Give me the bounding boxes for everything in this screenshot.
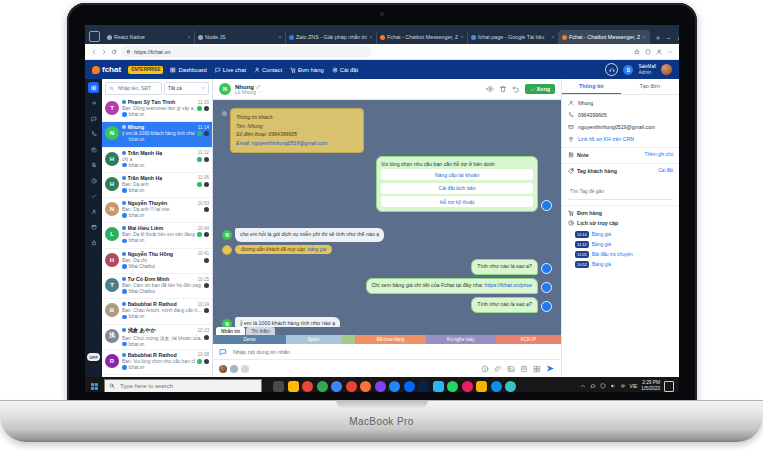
compose-tab-1[interactable]: Nhắn tin	[216, 327, 245, 335]
navbar-item-live-chat[interactable]: Live chat	[215, 67, 246, 73]
history-page-link[interactable]: Bảng giá	[592, 262, 611, 267]
info-icon[interactable]	[481, 365, 489, 373]
taskbar-search-input[interactable]	[118, 382, 257, 390]
mute-icon[interactable]	[88, 160, 99, 171]
taskbar-app-icon[interactable]	[505, 381, 516, 392]
grid-icon[interactable]	[533, 365, 541, 373]
taskbar-app-icon[interactable]	[273, 381, 284, 392]
visited-page-link[interactable]: bảng giá	[307, 247, 326, 252]
wifi-icon[interactable]	[620, 383, 626, 389]
trash-icon[interactable]	[499, 85, 507, 93]
history-page-link[interactable]: Bảng giá	[592, 242, 611, 247]
history-page-link[interactable]: Bắt đầu trò chuyện	[592, 252, 633, 257]
tab-close-icon[interactable]	[460, 35, 464, 39]
navbar-item-đơn-hàng[interactable]: Đơn hàng	[290, 67, 324, 73]
conversation-item[interactable]: NNhung11:14ỷ em là 1000 khách hàng tình …	[102, 122, 212, 147]
forward-icon[interactable]	[101, 49, 107, 55]
taskbar-app-icon[interactable]	[389, 381, 400, 392]
windows-start-icon[interactable]	[90, 382, 99, 391]
message-input[interactable]	[231, 348, 555, 356]
quick-reply-button[interactable]: Hỗ trợ kỹ thuật	[381, 196, 533, 207]
conversation-item[interactable]: TTư Cò Đơn Minh10:25Bạn: Cảm ơn bạn đã l…	[102, 274, 212, 299]
undo-icon[interactable]	[512, 85, 520, 93]
tag-settings-link[interactable]: Cài đặt	[658, 168, 673, 173]
language-indicator[interactable]: VIE	[630, 384, 638, 389]
taskbar-app-icon[interactable]	[491, 381, 502, 392]
navbar-item-contact[interactable]: Contact	[254, 67, 282, 73]
done-button[interactable]: Xong	[525, 84, 555, 94]
status-icon[interactable]	[88, 98, 99, 109]
taskbar-app-icon[interactable]	[302, 381, 313, 392]
image-icon[interactable]	[507, 365, 515, 373]
tab-close-icon[interactable]	[551, 35, 555, 39]
browser-tab[interactable]: Node.JS	[195, 30, 286, 44]
contact-filter-select[interactable]: Tất cả	[164, 82, 209, 95]
taskbar-app-icon[interactable]	[288, 381, 299, 392]
tag-chip[interactable]: Đã mua hàng	[355, 335, 425, 344]
taskbar-app-icon[interactable]	[346, 381, 357, 392]
paperclip-icon[interactable]	[494, 365, 502, 373]
browser-tab[interactable]: React Native	[104, 30, 195, 44]
new-tab-button[interactable]	[655, 35, 661, 41]
dots-icon[interactable]	[667, 49, 673, 55]
browser-tab[interactable]: fchat.page - Google Tài liệu	[468, 30, 559, 44]
browser-tab[interactable]: Fchat - Chatbot Messenger, Zal...	[559, 30, 650, 44]
quick-reply-button[interactable]: Cài đặt kịch bản	[381, 183, 533, 194]
conversation-item[interactable]: LMai Hiếu Liêm10:44Bạn: Dạ kĩ thuật bên …	[102, 223, 212, 248]
customer-field-value[interactable]: Link hồ sơ KH trên CRM	[578, 136, 634, 142]
tab-actions-icon[interactable]	[89, 31, 100, 42]
conversation-item[interactable]: HNguyễn Thu Hồng10:41Bạn: Dạ chịNhat Cha…	[102, 249, 212, 274]
url-field[interactable]: https://fchat.vn	[121, 46, 371, 57]
tab-close-icon[interactable]	[187, 35, 191, 39]
tag-chip[interactable]: KCN IP	[496, 335, 561, 344]
off-toggle[interactable]: OFF	[87, 353, 100, 361]
conversation-item[interactable]: NNguyễn Thuyên10:53Bạn: Dạ anh !!! lại n…	[102, 198, 212, 223]
conversation-item[interactable]: TPhạm Sỹ Tấn Trình11:15Bạn: Dũng teamvie…	[102, 97, 212, 122]
profile-icon[interactable]	[656, 49, 662, 55]
add-note-link[interactable]: Thêm ghi chú	[645, 152, 673, 157]
navbar-item-cài-đặt[interactable]: Cài đặt	[332, 67, 358, 73]
taskbar-app-icon[interactable]	[447, 381, 458, 392]
tab-close-icon[interactable]	[278, 35, 282, 39]
shield-icon[interactable]	[645, 49, 651, 55]
tab-thong-tin[interactable]: Thông tin	[562, 79, 621, 94]
tag-chip[interactable]	[341, 335, 355, 344]
taskbar-app-icon[interactable]	[462, 381, 473, 392]
conversations-icon[interactable]	[88, 82, 99, 93]
contact-search-input[interactable]	[116, 84, 158, 92]
history-page-link[interactable]: Bảng giá	[592, 232, 611, 237]
tag-chip[interactable]: Spam	[286, 335, 341, 344]
tag-chip[interactable]: Demo	[213, 335, 286, 344]
shield-icon[interactable]	[600, 383, 606, 389]
taskbar-app-icon[interactable]	[331, 381, 342, 392]
taskbar-search-box[interactable]	[104, 379, 262, 393]
calendar-icon[interactable]	[88, 222, 99, 233]
send-icon[interactable]	[546, 364, 555, 373]
star-icon[interactable]	[634, 49, 640, 55]
volume-icon[interactable]	[610, 383, 616, 389]
headset-icon[interactable]	[605, 63, 618, 76]
calls-icon[interactable]	[88, 129, 99, 140]
eye-icon[interactable]	[486, 85, 494, 93]
message-link[interactable]: https://fchat.vn/price	[485, 282, 532, 288]
taskbar-app-icon[interactable]	[476, 381, 487, 392]
tab-close-icon[interactable]	[642, 35, 646, 39]
back-icon[interactable]	[91, 49, 97, 55]
conversation-item[interactable]: RBabubhai R Rathod10:08Bạn: Vui lòng chọ…	[102, 350, 212, 375]
done-filter-icon[interactable]	[88, 191, 99, 202]
tag-chip[interactable]: Ko nghe máy	[426, 335, 496, 344]
pencil-icon[interactable]	[256, 84, 261, 89]
history-icon[interactable]	[88, 175, 99, 186]
conversation-item[interactable]: BBabubhai R Rathod10:24Bạn: Chào Artichi…	[102, 299, 212, 324]
fchat-logo[interactable]: fchat	[92, 65, 121, 74]
conversation-item[interactable]: 浅浅倉 あやか10:23Bạn: Chúc mừng 浅倉, tài khoản…	[102, 325, 212, 350]
navbar-item-dashboard[interactable]: Dashboard	[170, 67, 206, 73]
conversation-item[interactable]: HTrần Mạnh Hạ11:12chị ạfchat.vn	[102, 148, 212, 173]
taskbar-app-icon[interactable]	[317, 381, 328, 392]
taskbar-app-icon[interactable]	[360, 381, 371, 392]
taskbar-app-icon[interactable]	[375, 381, 386, 392]
chevron-up-icon[interactable]	[580, 383, 586, 389]
refresh-icon[interactable]	[111, 49, 117, 55]
cloud-icon[interactable]	[590, 383, 596, 389]
workspace-avatar[interactable]: S	[623, 65, 633, 75]
